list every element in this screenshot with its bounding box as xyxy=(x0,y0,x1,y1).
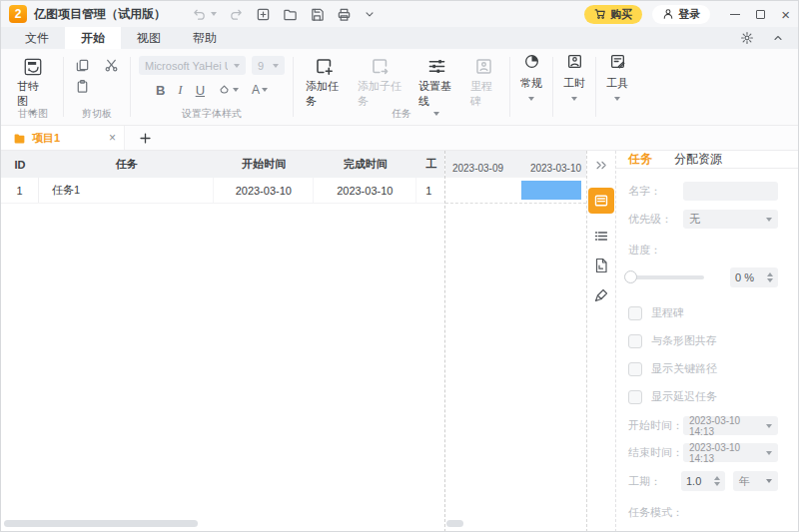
undo-icon[interactable] xyxy=(192,7,207,22)
milestone-checkbox[interactable] xyxy=(628,306,642,320)
portrait-icon xyxy=(566,53,583,70)
start-time-value: 2023-03-10 14:13 xyxy=(689,415,766,437)
set-baseline-label: 设置基线 xyxy=(418,79,454,109)
menu-home[interactable]: 开始 xyxy=(65,27,121,49)
minimize-button[interactable] xyxy=(730,14,740,15)
add-task-icon xyxy=(315,57,334,76)
titlebar-right: 购买 登录 × xyxy=(584,5,790,24)
copy-icon[interactable] xyxy=(75,58,90,73)
progress-value: 0 % xyxy=(735,271,754,283)
expand-panel-icon[interactable] xyxy=(595,159,608,172)
bold-button[interactable]: B xyxy=(156,83,165,98)
italic-button[interactable]: I xyxy=(178,82,182,98)
panel-tab-resources[interactable]: 分配资源 xyxy=(674,151,722,168)
spin-down-icon[interactable] xyxy=(767,278,773,282)
highlight-color-button[interactable] xyxy=(218,84,239,97)
clipboard-group-label: 剪切板 xyxy=(66,107,128,121)
duration-spinner[interactable]: 1.0 xyxy=(681,471,725,491)
gantt-task-bar[interactable] xyxy=(521,181,581,200)
duration-value: 1.0 xyxy=(686,475,701,487)
slider-thumb[interactable] xyxy=(624,270,637,283)
progress-slider-row: 0 % xyxy=(616,267,798,287)
gantt-group-label: 甘特图 xyxy=(5,107,61,121)
redo-icon[interactable] xyxy=(229,7,244,22)
font-size-select[interactable]: 9 xyxy=(252,56,285,75)
settings-gear-icon[interactable] xyxy=(740,31,754,45)
new-tab-button[interactable] xyxy=(125,126,166,150)
report-page-icon[interactable] xyxy=(593,258,609,273)
add-subtask-icon xyxy=(371,57,390,76)
critical-path-checkbox[interactable] xyxy=(628,362,642,376)
delayed-tasks-checkbox[interactable] xyxy=(628,390,642,404)
login-button[interactable]: 登录 xyxy=(652,5,710,24)
buy-label: 购买 xyxy=(610,7,632,22)
tab-close-icon[interactable]: × xyxy=(109,131,116,145)
gantt-row xyxy=(445,178,586,204)
end-time-select[interactable]: 2023-03-10 14:13 xyxy=(683,443,778,462)
duration-unit-select[interactable]: 年 xyxy=(733,471,778,491)
panel-tab-task[interactable]: 任务 xyxy=(628,151,652,168)
general-caret-icon xyxy=(528,97,534,101)
cell-task[interactable]: 任务1 xyxy=(39,178,214,203)
table-header-row: ID 任务 开始时间 完成时间 工 xyxy=(1,151,444,178)
coexist-checkbox[interactable] xyxy=(628,334,642,348)
gantt-chart-icon xyxy=(23,57,43,77)
format-brush-icon[interactable] xyxy=(593,287,609,303)
duration-spin-arrows[interactable] xyxy=(714,476,720,486)
name-input[interactable] xyxy=(683,182,778,201)
paste-icon[interactable] xyxy=(75,79,90,94)
save-icon[interactable] xyxy=(310,7,325,22)
cell-id: 1 xyxy=(1,178,39,203)
document-tab-project1[interactable]: 项目1 × xyxy=(1,126,125,150)
new-document-icon[interactable] xyxy=(256,7,271,22)
start-time-select[interactable]: 2023-03-10 14:13 xyxy=(683,416,778,435)
general-button[interactable]: 常规 xyxy=(512,49,550,125)
tools-button[interactable]: 工具 xyxy=(598,49,636,125)
outline-list-icon[interactable] xyxy=(593,228,609,244)
login-label: 登录 xyxy=(678,7,700,22)
collapse-ribbon-icon[interactable] xyxy=(772,32,784,44)
ribbon-group-gantt: 甘特图 甘特图 xyxy=(5,49,61,125)
cell-start[interactable]: 2023-03-10 xyxy=(214,178,314,203)
cut-icon[interactable] xyxy=(104,58,119,73)
font-family-select[interactable]: Microsoft YaHei UI xyxy=(139,56,246,75)
buy-button[interactable]: 购买 xyxy=(584,5,642,24)
open-folder-icon[interactable] xyxy=(283,7,298,22)
maximize-button[interactable] xyxy=(756,10,765,19)
toolbar-more-icon[interactable] xyxy=(364,8,376,20)
app-logo-icon: 2 xyxy=(9,5,27,23)
progress-spinner[interactable]: 0 % xyxy=(730,267,778,287)
table-horizontal-scrollbar[interactable] xyxy=(4,520,198,527)
task-info-panel-icon[interactable] xyxy=(588,188,614,214)
spin-up-icon[interactable] xyxy=(767,272,773,276)
priority-label: 优先级： xyxy=(628,212,683,227)
gantt-horizontal-scrollbar[interactable] xyxy=(446,520,463,527)
menu-help[interactable]: 帮助 xyxy=(177,27,233,49)
cell-finish[interactable]: 2023-03-10 xyxy=(314,178,416,203)
progress-label: 进度： xyxy=(628,243,778,258)
task-properties-panel: 任务 分配资源 名字： 优先级： 无 进度： 0 % xyxy=(616,151,798,532)
font-group-label: 设置字体样式 xyxy=(133,107,291,121)
duration-down-icon[interactable] xyxy=(714,482,720,486)
progress-slider[interactable] xyxy=(626,275,704,279)
close-button[interactable]: × xyxy=(781,7,790,22)
cell-duration[interactable]: 1 xyxy=(416,178,444,203)
priority-select[interactable]: 无 xyxy=(683,210,778,229)
progress-label-row: 进度： xyxy=(616,243,798,258)
font-color-button[interactable]: A xyxy=(252,83,268,97)
ribbon: 甘特图 甘特图 剪切板 Micr xyxy=(1,49,798,126)
worktime-button[interactable]: 工时 xyxy=(555,49,593,125)
menu-view[interactable]: 视图 xyxy=(121,27,177,49)
duration-up-icon[interactable] xyxy=(714,476,720,480)
end-time-row: 结束时间： 2023-03-10 14:13 xyxy=(616,443,798,462)
table-row[interactable]: 1 任务1 2023-03-10 2023-03-10 1 xyxy=(1,178,444,204)
form-pencil-icon xyxy=(609,53,626,70)
underline-button[interactable]: U xyxy=(196,83,205,98)
progress-spin-arrows[interactable] xyxy=(767,272,773,282)
app-title: 亿图项目管理（试用版） xyxy=(34,6,166,23)
undo-dropdown-icon[interactable] xyxy=(211,12,217,16)
print-icon[interactable] xyxy=(337,7,352,22)
menu-file[interactable]: 文件 xyxy=(9,27,65,49)
priority-row: 优先级： 无 xyxy=(616,210,798,229)
add-task-label: 添加任务 xyxy=(306,79,342,109)
